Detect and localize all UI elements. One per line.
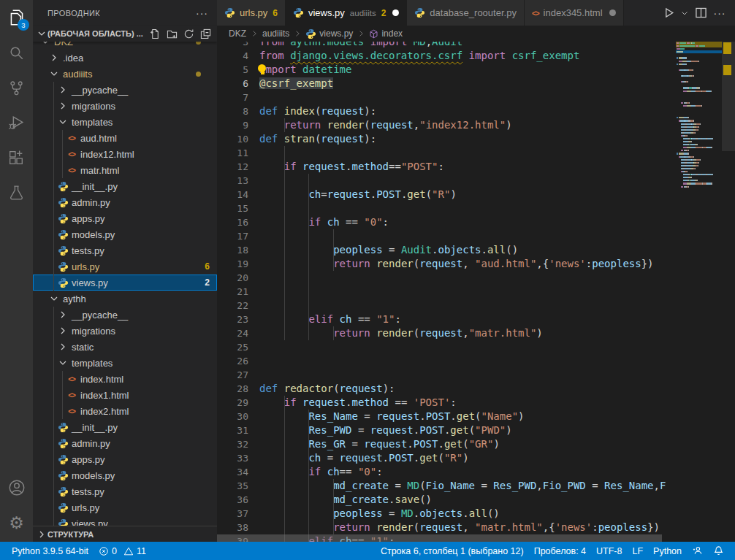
- tree-item-migrations[interactable]: migrations: [33, 98, 217, 114]
- tree-item-tests.py[interactable]: tests.py: [33, 242, 217, 258]
- code-line-34[interactable]: 34 if ch== "0":: [217, 465, 735, 479]
- account-icon[interactable]: [0, 470, 33, 505]
- code-line-26[interactable]: 26: [217, 354, 735, 368]
- code-line-9[interactable]: 9 return render(request,"index12.html"): [217, 118, 735, 132]
- problems-item[interactable]: 0 11: [94, 542, 151, 560]
- tree-item-admin.py[interactable]: admin.py: [33, 435, 217, 451]
- code-line-32[interactable]: 32 Res_GR = request.POST.get("GR"): [217, 437, 735, 451]
- code-line-5[interactable]: 5import datetime: [217, 63, 735, 77]
- code-line-28[interactable]: 28def redactor(request):: [217, 382, 735, 396]
- tree-item-index.html[interactable]: <>index.html: [33, 371, 217, 387]
- tree-item-index2.html[interactable]: <>index2.html: [33, 403, 217, 419]
- code-line-27[interactable]: 27: [217, 368, 735, 382]
- horizontal-scrollbar[interactable]: [217, 534, 676, 542]
- search-icon[interactable]: [0, 35, 33, 70]
- collapse-all-icon[interactable]: [200, 28, 211, 39]
- tree-item-apps.py[interactable]: apps.py: [33, 451, 217, 467]
- run-debug-icon[interactable]: [0, 105, 33, 140]
- code-line-3[interactable]: 3from aythh.models import MD,Audit: [217, 42, 735, 49]
- code-line-37[interactable]: 37 peopless = MD.objects.all(): [217, 507, 735, 521]
- tree-item-__pycache__[interactable]: __pycache__: [33, 307, 217, 323]
- code-line-10[interactable]: 10def stran(request):: [217, 132, 735, 146]
- tree-item-__init__.py[interactable]: __init__.py: [33, 178, 217, 194]
- code-line-23[interactable]: 23 elif ch == "1":: [217, 312, 735, 326]
- workspace-section-header[interactable]: (РАБОЧАЯ ОБЛАСТЬ) ...: [33, 26, 217, 42]
- code-line-19[interactable]: 19 return render(request, "aud.html",{'n…: [217, 257, 735, 271]
- new-file-icon[interactable]: [150, 28, 161, 39]
- cursor-position-item[interactable]: Строка 6, столбец 1 (выбрано 12): [376, 542, 529, 560]
- tree-item-aythh[interactable]: aythh: [33, 291, 217, 307]
- code-line-13[interactable]: 13: [217, 174, 735, 188]
- more-actions-icon[interactable]: ···: [712, 5, 728, 21]
- tree-item-aud.html[interactable]: <>aud.html: [33, 130, 217, 146]
- indentation-item[interactable]: Пробелов: 4: [529, 542, 591, 560]
- code-line-21[interactable]: 21: [217, 285, 735, 299]
- tree-item-views.py[interactable]: views.py2: [33, 275, 217, 291]
- feedback-icon[interactable]: [687, 542, 708, 560]
- overview-ruler[interactable]: [722, 42, 735, 542]
- tab-urls.py[interactable]: urls.py6: [217, 0, 286, 26]
- code-line-38[interactable]: 38 return render(request, "matr.html",{'…: [217, 521, 735, 534]
- code-line-16[interactable]: 16 if ch == "0":: [217, 215, 735, 229]
- outline-section-header[interactable]: СТРУКТУРА: [33, 526, 217, 542]
- code-editor[interactable]: 3from aythh.models import MD,Audit4from …: [217, 42, 735, 542]
- code-line-14[interactable]: 14 ch=request.POST.get("R"): [217, 188, 735, 202]
- tab-index345.html[interactable]: <>index345.html: [525, 0, 624, 26]
- code-line-31[interactable]: 31 Res_PWD = request.POST.get("PWD"): [217, 423, 735, 437]
- code-line-25[interactable]: 25: [217, 340, 735, 354]
- tree-item-templates[interactable]: templates: [33, 355, 217, 371]
- tree-item-matr.html[interactable]: <>matr.html: [33, 162, 217, 178]
- notifications-bell-icon[interactable]: [708, 542, 729, 560]
- tree-item-migrations[interactable]: migrations: [33, 323, 217, 339]
- split-editor-icon[interactable]: [693, 5, 709, 21]
- run-dropdown-chevron-icon[interactable]: [679, 5, 690, 21]
- breadcrumb-item-views.py[interactable]: views.py: [305, 28, 353, 39]
- code-line-12[interactable]: 12 if request.method=="POST":: [217, 160, 735, 174]
- code-line-11[interactable]: 11: [217, 146, 735, 160]
- python-interpreter-item[interactable]: Python 3.9.5 64-bit: [7, 542, 94, 560]
- tree-item-audiiits[interactable]: audiiits: [33, 66, 217, 82]
- tab-database_roouter.py[interactable]: database_roouter.py: [407, 0, 525, 26]
- tree-item-apps.py[interactable]: apps.py: [33, 210, 217, 226]
- minimap[interactable]: [676, 42, 722, 542]
- lightbulb-icon[interactable]: [258, 64, 267, 75]
- code-line-22[interactable]: 22: [217, 299, 735, 312]
- sidebar-more-icon[interactable]: ···: [196, 7, 208, 19]
- language-mode-item[interactable]: Python: [648, 542, 687, 560]
- tree-item-static[interactable]: static: [33, 339, 217, 355]
- breadcrumb-item-DKZ[interactable]: DKZ: [229, 28, 246, 39]
- source-control-icon[interactable]: [0, 70, 33, 105]
- new-folder-icon[interactable]: [167, 28, 178, 39]
- code-line-29[interactable]: 29 if request.method == 'POST':: [217, 396, 735, 410]
- tree-item-.idea[interactable]: .idea: [33, 50, 217, 66]
- tree-item-index12.html[interactable]: <>index12.html: [33, 146, 217, 162]
- tree-item-tests.py[interactable]: tests.py: [33, 483, 217, 499]
- refresh-icon[interactable]: [183, 28, 194, 39]
- encoding-item[interactable]: UTF-8: [591, 542, 627, 560]
- tree-item-admin.py[interactable]: admin.py: [33, 194, 217, 210]
- tree-item-__init__.py[interactable]: __init__.py: [33, 419, 217, 435]
- code-line-36[interactable]: 36 md_create.save(): [217, 493, 735, 507]
- code-line-4[interactable]: 4from django.views.decorators.csrf impor…: [217, 49, 735, 63]
- code-line-7[interactable]: 7: [217, 91, 735, 104]
- breadcrumb-item-audiiits[interactable]: audiiits: [262, 28, 289, 39]
- horizontal-scrollbar-thumb[interactable]: [217, 534, 662, 542]
- code-line-30[interactable]: 30 Res_Name = request.POST.get("Name"): [217, 410, 735, 423]
- tree-item-__pycache__[interactable]: __pycache__: [33, 82, 217, 98]
- code-line-17[interactable]: 17: [217, 229, 735, 243]
- extensions-icon[interactable]: [0, 140, 33, 175]
- tree-item-models.py[interactable]: models.py: [33, 226, 217, 242]
- vertical-scrollbar-thumb[interactable]: [722, 42, 735, 151]
- run-python-file-icon[interactable]: [660, 5, 677, 21]
- code-line-8[interactable]: 8def index(request):: [217, 104, 735, 118]
- code-line-15[interactable]: 15: [217, 202, 735, 215]
- dirty-dot-icon[interactable]: [392, 9, 399, 16]
- code-line-6[interactable]: 6@csrf_exempt: [217, 77, 735, 91]
- tree-item-urls.py[interactable]: urls.py: [33, 499, 217, 515]
- tab-views.py[interactable]: views.pyaudiiits2: [286, 0, 407, 26]
- code-line-24[interactable]: 24 return render(request,"matr.html"): [217, 326, 735, 340]
- code-line-20[interactable]: 20: [217, 271, 735, 285]
- eol-item[interactable]: LF: [627, 542, 648, 560]
- dirty-dot-icon[interactable]: [609, 9, 616, 16]
- tree-item-models.py[interactable]: models.py: [33, 467, 217, 483]
